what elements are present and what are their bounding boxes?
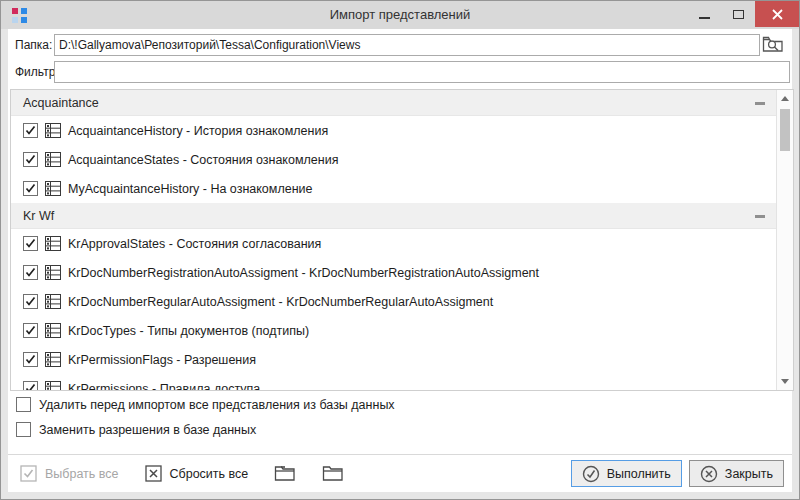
list-item[interactable]: AcquaintanceStates - Состояния ознакомле… bbox=[11, 145, 776, 174]
list-item[interactable]: KrPermissions - Правила доступа bbox=[11, 374, 776, 390]
list-item[interactable]: AcquaintanceHistory - История ознакомлен… bbox=[11, 116, 776, 145]
dialog-client-area: Папка: Фильтр: AcquaintanceAcquaintanceH… bbox=[8, 29, 792, 492]
check-icon bbox=[24, 353, 37, 366]
view-grid-icon bbox=[45, 123, 61, 138]
list-item[interactable]: KrDocNumberRegularAutoAssigment - KrDocN… bbox=[11, 287, 776, 316]
arrow-up-icon bbox=[781, 96, 789, 101]
list-item[interactable]: KrPermissionFlags - Разрешения bbox=[11, 345, 776, 374]
maximize-icon bbox=[733, 10, 744, 19]
check-icon bbox=[24, 153, 37, 166]
dialog-window: Импорт представлений Папка: Фильтр: bbox=[0, 0, 800, 500]
checkbox-delete-before-import[interactable] bbox=[16, 397, 31, 412]
group-header: Acquaintance bbox=[11, 90, 776, 116]
execute-button[interactable]: Выполнить bbox=[571, 460, 682, 487]
view-icon bbox=[45, 181, 61, 196]
folder-input[interactable] bbox=[54, 34, 760, 56]
view-grid-icon bbox=[45, 294, 61, 309]
close-label: Закрыть bbox=[725, 467, 773, 481]
option-delete-before-import[interactable]: Удалить перед импортом все представления… bbox=[16, 397, 395, 412]
check-icon bbox=[24, 295, 37, 308]
minimize-button[interactable] bbox=[687, 1, 721, 27]
select-all-label: Выбрать все bbox=[45, 467, 119, 481]
view-icon bbox=[45, 352, 61, 367]
maximize-button[interactable] bbox=[721, 1, 755, 27]
scroll-thumb[interactable] bbox=[780, 109, 790, 151]
select-all-button[interactable]: Выбрать все bbox=[16, 463, 123, 484]
view-icon bbox=[45, 323, 61, 338]
folder-label: Папка: bbox=[15, 38, 52, 52]
collapse-group-button[interactable] bbox=[752, 90, 768, 116]
scroll-down-button[interactable] bbox=[777, 373, 793, 390]
item-label: MyAcquaintanceHistory - На ознакомление bbox=[68, 182, 313, 196]
window-title: Импорт представлений bbox=[1, 1, 799, 29]
folder-expand-icon bbox=[322, 465, 344, 482]
arrow-down-icon bbox=[781, 379, 789, 384]
check-icon bbox=[24, 237, 37, 250]
item-label: AcquaintanceHistory - История ознакомлен… bbox=[68, 124, 328, 138]
view-icon bbox=[45, 152, 61, 167]
expand-all-groups-button[interactable] bbox=[318, 463, 348, 484]
close-window-button[interactable] bbox=[755, 1, 799, 27]
item-checkbox[interactable] bbox=[23, 236, 38, 251]
minimize-icon bbox=[699, 17, 710, 19]
check-icon bbox=[24, 324, 37, 337]
reset-all-label: Сбросить все bbox=[170, 467, 249, 481]
view-grid-icon bbox=[45, 181, 61, 196]
group-name: Kr Wf bbox=[23, 209, 54, 223]
views-list: AcquaintanceAcquaintanceHistory - Истори… bbox=[10, 89, 794, 391]
item-label: KrPermissions - Правила доступа bbox=[68, 382, 260, 391]
item-checkbox[interactable] bbox=[23, 181, 38, 196]
browse-folder-button[interactable] bbox=[760, 34, 786, 56]
group-header: Kr Wf bbox=[11, 203, 776, 229]
filter-input[interactable] bbox=[54, 61, 790, 83]
check-icon bbox=[24, 124, 37, 137]
list-item[interactable]: KrDocNumberRegistrationAutoAssigment - K… bbox=[11, 258, 776, 287]
item-label: KrPermissionFlags - Разрешения bbox=[68, 353, 256, 367]
item-checkbox[interactable] bbox=[23, 294, 38, 309]
view-grid-icon bbox=[45, 352, 61, 367]
group-name: Acquaintance bbox=[23, 96, 99, 110]
item-label: KrDocNumberRegistrationAutoAssigment - K… bbox=[68, 266, 539, 280]
view-icon bbox=[45, 294, 61, 309]
list-item[interactable]: KrDocTypes - Типы документов (подтипы) bbox=[11, 316, 776, 345]
check-icon bbox=[24, 266, 37, 279]
reset-all-button[interactable]: Сбросить все bbox=[141, 463, 253, 484]
collapse-group-button[interactable] bbox=[752, 203, 768, 229]
item-checkbox[interactable] bbox=[23, 152, 38, 167]
view-grid-icon bbox=[45, 236, 61, 251]
item-checkbox[interactable] bbox=[23, 123, 38, 138]
checkbox-replace-permissions[interactable] bbox=[16, 422, 31, 437]
view-grid-icon bbox=[45, 381, 61, 390]
vertical-scrollbar[interactable] bbox=[776, 90, 793, 390]
item-label: KrApprovalStates - Состояния согласовани… bbox=[68, 237, 321, 251]
execute-label: Выполнить bbox=[607, 467, 671, 481]
close-dialog-button[interactable]: Закрыть bbox=[689, 460, 784, 487]
view-icon bbox=[45, 265, 61, 280]
item-checkbox[interactable] bbox=[23, 265, 38, 280]
footer-bar: Выбрать все Сбросить все bbox=[8, 454, 792, 492]
item-label: AcquaintanceStates - Состояния ознакомле… bbox=[68, 153, 338, 167]
item-label: KrDocNumberRegularAutoAssigment - KrDocN… bbox=[68, 295, 493, 309]
close-icon bbox=[772, 9, 783, 20]
checkbox-cross-icon bbox=[145, 465, 162, 482]
collapse-all-groups-button[interactable] bbox=[270, 463, 300, 484]
item-checkbox[interactable] bbox=[23, 381, 38, 390]
option-label: Заменить разрешения в базе данных bbox=[39, 423, 256, 437]
scroll-up-button[interactable] bbox=[777, 90, 793, 107]
titlebar: Импорт представлений bbox=[1, 1, 799, 29]
list-item[interactable]: MyAcquaintanceHistory - На ознакомление bbox=[11, 174, 776, 203]
minus-icon bbox=[755, 215, 765, 218]
folder-search-icon bbox=[762, 35, 784, 53]
folder-collapse-icon bbox=[274, 465, 296, 482]
list-item[interactable]: KrApprovalStates - Состояния согласовани… bbox=[11, 229, 776, 258]
item-checkbox[interactable] bbox=[23, 352, 38, 367]
view-grid-icon bbox=[45, 323, 61, 338]
filter-label: Фильтр: bbox=[15, 65, 59, 79]
view-icon bbox=[45, 236, 61, 251]
option-replace-permissions[interactable]: Заменить разрешения в базе данных bbox=[16, 422, 256, 437]
circle-check-icon bbox=[582, 465, 600, 483]
check-icon bbox=[24, 382, 37, 390]
item-checkbox[interactable] bbox=[23, 323, 38, 338]
view-grid-icon bbox=[45, 265, 61, 280]
views-list-content: AcquaintanceAcquaintanceHistory - Истори… bbox=[11, 90, 776, 390]
